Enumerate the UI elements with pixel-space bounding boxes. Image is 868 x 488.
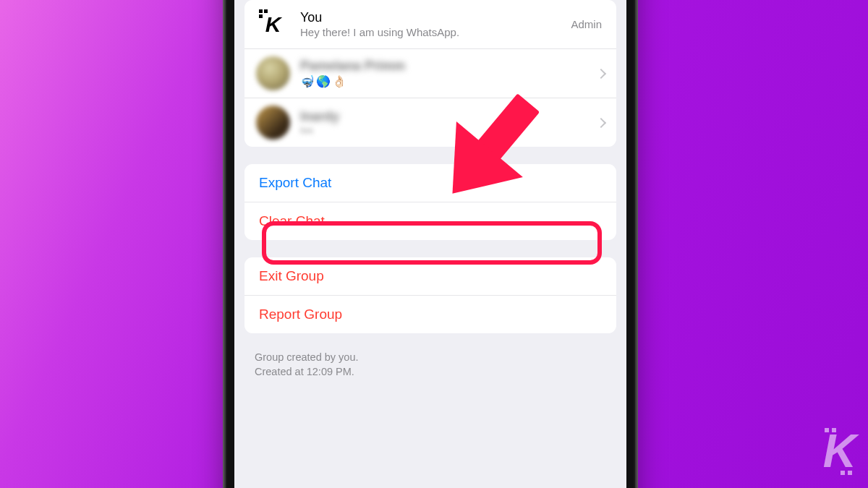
participant-status-censored: hm: [300, 125, 592, 136]
phone-frame: K You Hey there! I am using WhatsApp. Ad…: [224, 0, 637, 488]
watermark-logo-icon: K: [823, 428, 854, 478]
participant-role: Admin: [571, 18, 602, 30]
clear-chat-button[interactable]: Clear Chat: [244, 202, 616, 240]
avatar: K: [256, 7, 290, 41]
export-chat-button[interactable]: Export Chat: [244, 164, 616, 202]
chevron-right-icon: [596, 117, 606, 127]
participant-row[interactable]: Inardy hm: [244, 98, 616, 147]
participant-status-emoji: 🤿🌎👌🏻: [300, 74, 592, 88]
report-group-button[interactable]: Report Group: [244, 295, 616, 333]
participants-section: K You Hey there! I am using WhatsApp. Ad…: [244, 0, 616, 147]
participant-name-censored: Pamelana Primm: [300, 59, 592, 74]
group-actions-section: Exit Group Report Group: [244, 257, 616, 333]
chat-actions-section: Export Chat Clear Chat: [244, 164, 616, 240]
exit-group-button[interactable]: Exit Group: [244, 257, 616, 295]
participant-name-censored: Inardy: [300, 109, 592, 124]
group-meta: Group created by you. Created at 12:09 P…: [234, 351, 626, 389]
participant-status: Hey there! I am using WhatsApp.: [300, 26, 571, 38]
participant-you[interactable]: K You Hey there! I am using WhatsApp. Ad…: [244, 0, 616, 48]
meta-creator: Group created by you.: [255, 351, 606, 365]
avatar: [256, 56, 290, 90]
participant-row[interactable]: Pamelana Primm 🤿🌎👌🏻: [244, 48, 616, 98]
participant-name: You: [300, 10, 571, 25]
avatar: [256, 106, 290, 140]
chevron-right-icon: [596, 68, 606, 78]
phone-screen: K You Hey there! I am using WhatsApp. Ad…: [234, 0, 626, 488]
k-logo-icon: K: [265, 12, 281, 37]
meta-created-time: Created at 12:09 PM.: [255, 365, 606, 380]
